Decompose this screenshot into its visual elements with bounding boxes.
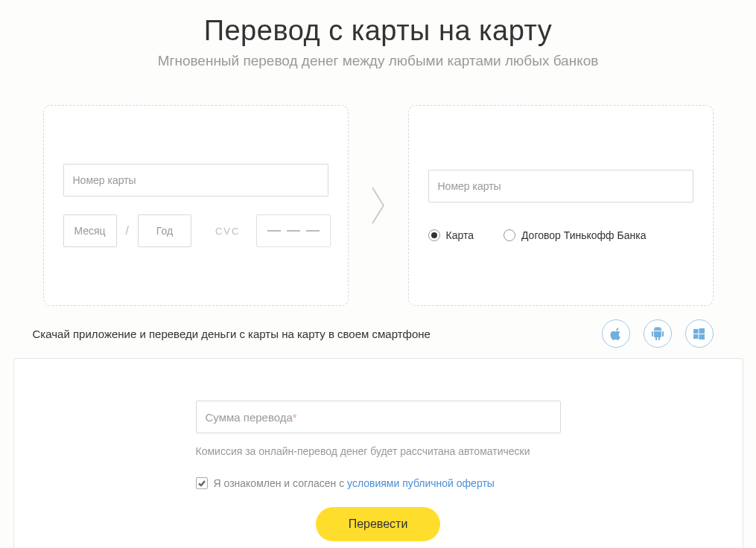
agree-checkbox[interactable] — [196, 477, 208, 489]
amount-input[interactable] — [196, 401, 561, 433]
windows-icon — [693, 328, 705, 340]
transfer-arrow — [349, 183, 408, 228]
app-promo-text: Скачай приложение и переведи деньги с ка… — [33, 328, 431, 340]
android-icon — [652, 327, 664, 340]
chevron-right-icon — [370, 183, 387, 228]
from-card-cvc-input[interactable] — [256, 214, 331, 247]
apple-store-link[interactable] — [602, 319, 630, 348]
to-card-number-input[interactable] — [428, 170, 693, 203]
svg-rect-0 — [693, 329, 699, 334]
app-promo-row: Скачай приложение и переведи деньги с ка… — [13, 319, 743, 348]
windows-store-link[interactable] — [685, 319, 714, 348]
to-card-type-radios: Карта Договор Тинькофф Банка — [428, 229, 693, 241]
cvc-label: CVC — [215, 226, 240, 237]
radio-contract-option[interactable]: Договор Тинькофф Банка — [504, 229, 646, 241]
cards-row: / CVC Карта — [13, 105, 743, 306]
page-subtitle: Мгновенный перевод денег между любыми ка… — [13, 53, 743, 69]
radio-selected-icon — [428, 229, 440, 241]
radio-card-label: Карта — [446, 229, 474, 241]
page-title: Перевод с карты на карту — [13, 15, 743, 47]
checkmark-icon — [197, 479, 206, 488]
submit-button[interactable]: Перевести — [316, 507, 441, 541]
radio-card-option[interactable]: Карта — [428, 229, 474, 241]
app-store-icons — [602, 319, 714, 348]
svg-rect-1 — [699, 328, 705, 334]
svg-rect-2 — [693, 334, 699, 339]
from-card-panel: / CVC — [43, 105, 349, 306]
to-card-panel: Карта Договор Тинькофф Банка — [408, 105, 714, 306]
expiry-slash: / — [126, 224, 129, 238]
agree-row: Я ознакомлен и согласен с условиями публ… — [196, 477, 561, 489]
apple-icon — [610, 327, 622, 340]
commission-note: Комиссия за онлайн-перевод денег будет р… — [196, 444, 561, 459]
radio-contract-label: Договор Тинькофф Банка — [521, 229, 646, 241]
agree-text: Я ознакомлен и согласен с условиями публ… — [214, 477, 495, 489]
from-card-number-input[interactable] — [63, 164, 328, 197]
offer-terms-link[interactable]: условиями публичной оферты — [347, 477, 495, 489]
from-card-expiry-row: / CVC — [63, 214, 328, 247]
radio-unselected-icon — [504, 229, 515, 241]
amount-panel: Сумма перевода* Комиссия за онлайн-перев… — [13, 358, 743, 548]
from-card-year-input[interactable] — [138, 214, 191, 247]
svg-rect-3 — [699, 334, 705, 340]
from-card-month-input[interactable] — [63, 214, 117, 247]
android-store-link[interactable] — [644, 319, 672, 348]
